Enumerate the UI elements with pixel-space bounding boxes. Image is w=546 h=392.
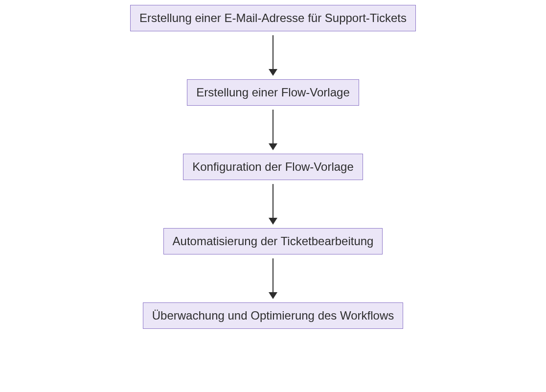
arrow-head-icon xyxy=(269,218,277,225)
flow-node-label: Automatisierung der Ticketbearbeitung xyxy=(173,234,374,248)
arrow-line-icon xyxy=(273,110,274,144)
arrow-line-icon xyxy=(273,35,274,69)
flow-node-step3: Konfiguration der Flow-Vorlage xyxy=(183,154,363,180)
arrow-line-icon xyxy=(273,184,274,218)
flow-node-label: Erstellung einer Flow-Vorlage xyxy=(196,86,350,99)
arrow-head-icon xyxy=(269,69,277,76)
arrow-head-icon xyxy=(269,292,277,299)
flow-node-step2: Erstellung einer Flow-Vorlage xyxy=(187,79,359,106)
flow-arrow xyxy=(269,31,277,79)
flow-node-step5: Überwachung und Optimierung des Workflow… xyxy=(143,302,403,329)
flow-node-label: Erstellung einer E-Mail-Adresse für Supp… xyxy=(139,11,407,24)
flow-node-step4: Automatisierung der Ticketbearbeitung xyxy=(163,228,383,254)
flow-arrow xyxy=(269,106,277,154)
arrow-head-icon xyxy=(269,143,277,150)
flow-node-step1: Erstellung einer E-Mail-Adresse für Supp… xyxy=(130,5,416,31)
flow-arrow xyxy=(269,254,277,302)
flow-node-label: Überwachung und Optimierung des Workflow… xyxy=(152,309,394,322)
arrow-line-icon xyxy=(273,258,274,293)
flow-arrow xyxy=(269,180,277,228)
flow-node-label: Konfiguration der Flow-Vorlage xyxy=(192,160,354,173)
